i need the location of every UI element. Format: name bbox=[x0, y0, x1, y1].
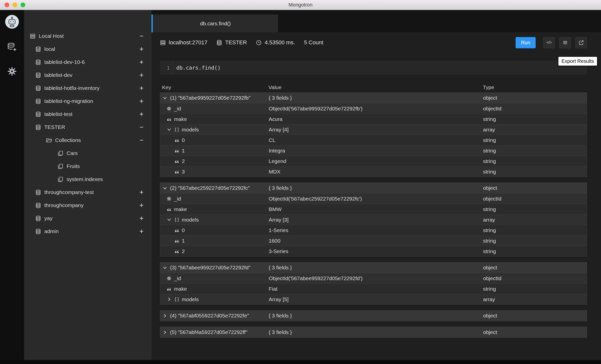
document-group: (2) "567abec259227d05e72292fc" { 3 field… bbox=[160, 183, 587, 257]
sidebar-item-local-host[interactable]: Local Host − bbox=[24, 30, 152, 43]
sidebar-item-fruits[interactable]: Fruits bbox=[24, 160, 152, 173]
chevron-down-icon[interactable] bbox=[162, 265, 168, 270]
sidebar-item-system-indexes[interactable]: system.indexes bbox=[24, 173, 152, 186]
sidebar-item-throughcompany-test[interactable]: throughcompany-test + bbox=[24, 186, 152, 199]
table-row[interactable]: 0 1-Series string bbox=[160, 225, 587, 235]
database-icon bbox=[35, 98, 41, 104]
query-editor[interactable]: 1 db.cars.find() bbox=[160, 61, 587, 75]
expand-toggle[interactable]: + bbox=[139, 46, 143, 53]
table-row[interactable]: models Array [3] array bbox=[160, 214, 587, 225]
expand-toggle[interactable]: + bbox=[139, 85, 143, 92]
document-header-row[interactable]: (3) "567abee959227d05e72292fd" { 3 field… bbox=[160, 262, 587, 273]
query-text[interactable]: db.cars.find() bbox=[173, 61, 587, 75]
table-row[interactable]: models Array [5] array bbox=[160, 294, 587, 304]
table-row[interactable]: 2 3-Series string bbox=[160, 246, 587, 256]
sidebar-item-collections[interactable]: Collections − bbox=[24, 134, 152, 147]
table-row[interactable]: 1 1600 string bbox=[160, 235, 587, 246]
table-row[interactable]: 1 Integra string bbox=[160, 145, 587, 156]
string-quote-icon bbox=[174, 138, 179, 143]
string-quote-icon bbox=[174, 228, 179, 233]
table-row[interactable]: make BMW string bbox=[160, 204, 587, 214]
table-row[interactable]: 2 Legend string bbox=[160, 156, 587, 166]
chevron-down-icon[interactable] bbox=[162, 186, 168, 191]
sidebar-item-tablelist-hotfix-inventory[interactable]: tablelist-hotfix-inventory + bbox=[24, 82, 152, 95]
table-row[interactable]: _id ObjectId('567abee959227d05e72292fd')… bbox=[160, 273, 587, 283]
app-window: Mongotron Local Host − local + bbox=[0, 0, 601, 364]
export-icon bbox=[578, 40, 584, 45]
expand-toggle[interactable]: + bbox=[139, 98, 143, 105]
expand-toggle[interactable]: + bbox=[139, 72, 143, 79]
table-row[interactable]: make Fiat string bbox=[160, 283, 587, 294]
document-header-row[interactable]: (2) "567abec259227d05e72292fc" { 3 field… bbox=[160, 183, 587, 193]
sidebar-item-label: Local Host bbox=[39, 33, 64, 39]
window-title: Mongotron bbox=[288, 2, 313, 8]
run-button[interactable]: Run bbox=[516, 37, 536, 48]
zoom-window-button[interactable] bbox=[21, 3, 25, 7]
document-header-row[interactable]: (1) "567abe9959227d05e72292fb" { 3 field… bbox=[160, 93, 587, 103]
table-row[interactable]: 3 MDX string bbox=[160, 166, 587, 177]
array-brackets-icon bbox=[174, 217, 179, 222]
sidebar-item-cars[interactable]: Cars bbox=[24, 147, 152, 160]
raw-code-view-button[interactable]: </> bbox=[543, 37, 555, 48]
expand-toggle[interactable]: + bbox=[139, 215, 143, 222]
expand-toggle[interactable]: + bbox=[139, 189, 143, 196]
list-view-button[interactable] bbox=[559, 37, 571, 48]
query-time: 4.53500 ms. bbox=[256, 39, 295, 46]
sidebar-item-local[interactable]: local + bbox=[24, 43, 152, 56]
gear-icon bbox=[167, 106, 172, 111]
sidebar-item-label: throughcompany-test bbox=[44, 189, 94, 195]
document-header-row[interactable]: (4) "567abf0559227d05e72292fe" { 3 field… bbox=[160, 310, 587, 321]
sidebar-item-tablelist-ng-migration[interactable]: tablelist-ng-migration + bbox=[24, 95, 152, 108]
sidebar-item-yay[interactable]: yay + bbox=[24, 212, 152, 225]
minimize-window-button[interactable] bbox=[13, 3, 17, 7]
close-window-button[interactable] bbox=[5, 3, 9, 7]
expand-toggle[interactable]: + bbox=[139, 228, 143, 235]
sidebar-item-tablelist-dev[interactable]: tablelist-dev + bbox=[24, 69, 152, 82]
database-label: TESTER bbox=[225, 39, 247, 46]
add-connection-icon[interactable] bbox=[7, 42, 17, 52]
database-icon bbox=[35, 124, 41, 130]
chevron-right-icon[interactable] bbox=[167, 297, 172, 302]
chevron-right-icon[interactable] bbox=[162, 330, 168, 335]
string-quote-icon bbox=[167, 286, 172, 291]
current-database: TESTER bbox=[216, 39, 247, 46]
clock-icon bbox=[256, 40, 262, 46]
settings-gear-icon[interactable] bbox=[7, 67, 17, 76]
document-header-row[interactable]: (5) "567abf4a59227d05e72292ff" { 3 field… bbox=[160, 327, 587, 337]
table-row[interactable]: 0 CL string bbox=[160, 135, 587, 145]
expand-toggle[interactable]: + bbox=[139, 111, 143, 118]
toolbar: Run </> bbox=[516, 37, 587, 48]
sidebar-item-tablelist-test[interactable]: tablelist-test + bbox=[24, 108, 152, 121]
table-row[interactable]: models Array [4] array bbox=[160, 124, 587, 135]
document-group: (1) "567abe9959227d05e72292fb" { 3 field… bbox=[160, 92, 587, 177]
collapse-toggle[interactable]: − bbox=[139, 137, 143, 144]
database-icon bbox=[35, 72, 41, 78]
export-results-button[interactable] bbox=[575, 37, 587, 48]
window-bottom-edge bbox=[0, 360, 601, 364]
column-header-key: Key bbox=[160, 84, 268, 90]
sidebar-item-tablelist-dev-10-6[interactable]: tablelist-dev-10-6 + bbox=[24, 56, 152, 69]
expand-toggle[interactable]: + bbox=[139, 59, 143, 66]
sidebar-item-label: system.indexes bbox=[67, 176, 103, 182]
sidebar-item-admin[interactable]: admin + bbox=[24, 225, 152, 238]
table-row[interactable]: _id ObjectId('567abec259227d05e72292fc')… bbox=[160, 193, 587, 204]
database-icon bbox=[35, 229, 41, 234]
chevron-down-icon[interactable] bbox=[167, 127, 172, 132]
sidebar-item-label: throughcompany bbox=[44, 202, 83, 208]
folder-open-icon bbox=[46, 137, 52, 143]
icon-rail bbox=[0, 10, 24, 364]
gear-icon bbox=[167, 196, 172, 201]
chevron-down-icon[interactable] bbox=[162, 95, 168, 101]
collapse-toggle[interactable]: − bbox=[139, 33, 143, 40]
chevron-right-icon[interactable] bbox=[162, 313, 168, 318]
array-brackets-icon bbox=[174, 297, 179, 302]
sidebar-item-throughcompany[interactable]: throughcompany + bbox=[24, 199, 152, 212]
app-logo-avatar[interactable] bbox=[5, 15, 19, 29]
sidebar-item-tester[interactable]: TESTER − bbox=[24, 121, 152, 134]
chevron-down-icon[interactable] bbox=[167, 217, 172, 222]
table-row[interactable]: _id ObjectId('567abe9959227d05e72292fb')… bbox=[160, 103, 587, 114]
table-row[interactable]: make Acura string bbox=[160, 114, 587, 124]
expand-toggle[interactable]: + bbox=[139, 202, 143, 209]
tab-query[interactable]: db.cars.find() bbox=[152, 15, 278, 32]
collapse-toggle[interactable]: − bbox=[139, 124, 143, 131]
